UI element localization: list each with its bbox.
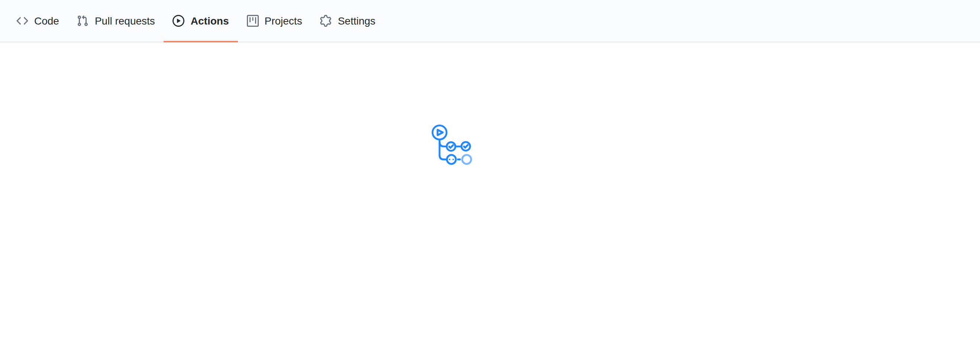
tab-label: Settings [338, 15, 375, 27]
repo-actions-page: Code Pull requests Actions Projects Sett [0, 0, 980, 176]
tab-label: Actions [191, 15, 229, 27]
tab-pull-requests[interactable]: Pull requests [68, 0, 164, 42]
tab-label: Code [34, 15, 59, 27]
project-icon [247, 15, 259, 27]
code-icon [16, 15, 28, 27]
play-icon [173, 15, 185, 27]
workflow-illustration-icon [431, 124, 474, 167]
tab-actions[interactable]: Actions [164, 0, 238, 42]
tab-label: Pull requests [95, 15, 155, 27]
gear-icon [320, 15, 332, 27]
tab-settings[interactable]: Settings [311, 0, 384, 42]
tab-code[interactable]: Code [8, 0, 68, 42]
actions-disabled-blankslate: Workflows aren’t being run on this forke… [0, 42, 906, 176]
git-pull-request-icon [77, 15, 89, 27]
repo-tab-nav: Code Pull requests Actions Projects Sett [0, 0, 980, 42]
tab-label: Projects [265, 15, 302, 27]
tab-projects[interactable]: Projects [238, 0, 311, 42]
